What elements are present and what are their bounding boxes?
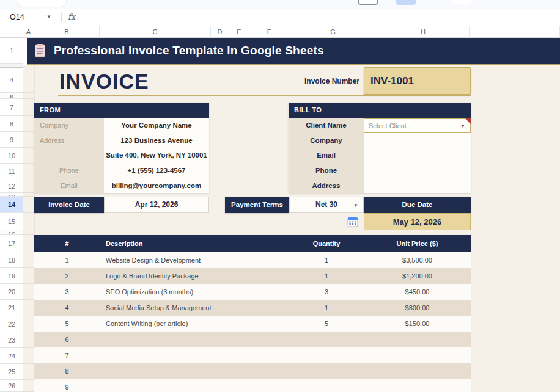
item-number-cell[interactable]: 1 <box>34 252 100 268</box>
title-banner-cell[interactable]: Professional Invoice Template in Google … <box>27 38 560 64</box>
toolbar-button-blue[interactable] <box>396 0 416 5</box>
invoice-heading[interactable]: INVOICE <box>59 68 149 94</box>
row-header-21[interactable]: 21 <box>0 300 23 316</box>
row-header-26[interactable]: 26 <box>0 380 23 392</box>
item-description-cell[interactable] <box>100 347 289 363</box>
from-field-label[interactable] <box>34 148 104 163</box>
payment-terms-dropdown[interactable]: Net 30 ▼ <box>289 197 364 213</box>
from-field-label[interactable]: Email <box>34 178 104 193</box>
bill-to-field-value[interactable]: Select Client...▼ <box>364 118 471 133</box>
item-number-cell[interactable]: 2 <box>34 268 100 284</box>
from-field-value[interactable]: Suite 400, New York, NY 10001 <box>104 148 209 163</box>
item-quantity-cell[interactable]: 3 <box>289 284 364 300</box>
item-number-cell[interactable]: 7 <box>34 347 100 363</box>
item-number-cell[interactable]: 9 <box>34 379 100 392</box>
column-header-E[interactable]: E <box>229 26 249 38</box>
bill-to-field-value[interactable] <box>364 133 471 148</box>
row-header-9[interactable]: 9 <box>0 132 23 148</box>
row-header-4[interactable]: 4 <box>0 68 23 93</box>
item-quantity-cell[interactable]: 5 <box>289 316 364 332</box>
bill-to-field-value[interactable] <box>364 163 471 178</box>
toolbar-tab[interactable] <box>17 0 66 7</box>
column-header-B[interactable]: B <box>34 26 100 38</box>
row-header-18[interactable]: 18 <box>0 252 23 268</box>
item-unit-price-cell[interactable] <box>364 363 471 379</box>
column-header-C[interactable]: C <box>100 26 211 38</box>
item-description-cell[interactable] <box>100 332 289 347</box>
calendar-icon[interactable] <box>347 216 358 227</box>
item-description-cell[interactable]: Logo & Brand Identity Package <box>100 268 289 284</box>
column-header-A[interactable]: A <box>23 26 34 38</box>
from-field-label[interactable]: Phone <box>34 163 104 178</box>
item-unit-price-cell[interactable]: $1,200.00 <box>364 268 471 284</box>
chevron-down-icon[interactable]: ▼ <box>460 123 465 129</box>
row-header-6[interactable]: 6 <box>0 93 23 99</box>
item-unit-price-cell[interactable] <box>364 347 471 363</box>
row-header-14[interactable]: 14 <box>0 197 23 213</box>
chevron-down-icon[interactable]: ▼ <box>353 197 358 212</box>
column-header-H[interactable]: H <box>377 26 470 38</box>
item-unit-price-cell[interactable] <box>364 332 471 347</box>
row-header-15[interactable]: 15 <box>0 213 23 230</box>
invoice-number-field[interactable]: INV-1001 <box>364 67 471 95</box>
item-unit-price-cell[interactable]: $3,500.00 <box>364 252 471 268</box>
item-description-cell[interactable]: Content Writing (per article) <box>100 316 289 332</box>
bill-to-field-label[interactable]: Address <box>289 178 364 193</box>
item-description-cell[interactable]: Website Design & Development <box>100 252 289 268</box>
item-quantity-cell[interactable]: 1 <box>289 252 364 268</box>
item-quantity-cell[interactable]: 1 <box>289 300 364 316</box>
item-number-cell[interactable]: 5 <box>34 316 100 332</box>
toolbar-button-white[interactable] <box>451 0 471 4</box>
item-description-cell[interactable]: SEO Optimization (3 months) <box>100 284 289 300</box>
item-description-cell[interactable] <box>100 379 289 392</box>
item-description-cell[interactable] <box>100 363 289 379</box>
from-field-value[interactable]: Your Company Name <box>104 118 209 133</box>
column-header-F[interactable]: F <box>249 26 289 38</box>
row-header-23[interactable]: 23 <box>0 332 23 348</box>
from-field-value[interactable]: 123 Business Avenue <box>104 133 209 148</box>
item-unit-price-cell[interactable]: $450.00 <box>364 284 471 300</box>
from-field-value[interactable]: billing@yourcompany.com <box>104 178 209 193</box>
row-header-1[interactable]: 1 <box>0 38 23 64</box>
item-unit-price-cell[interactable]: $150.00 <box>364 316 471 332</box>
item-quantity-cell[interactable] <box>289 347 364 363</box>
item-quantity-cell[interactable] <box>289 379 364 392</box>
row-header-20[interactable]: 20 <box>0 284 23 300</box>
column-header-D[interactable]: D <box>211 26 229 38</box>
bill-to-field-value[interactable] <box>364 178 471 193</box>
invoice-date-field[interactable]: Apr 12, 2026 <box>104 197 209 213</box>
item-quantity-cell[interactable] <box>289 332 364 347</box>
hidden-rows-indicator[interactable] <box>0 64 23 68</box>
item-number-cell[interactable]: 8 <box>34 363 100 379</box>
row-header-16[interactable]: 16 <box>0 230 23 235</box>
row-header-24[interactable]: 24 <box>0 348 23 364</box>
item-number-cell[interactable]: 3 <box>34 284 100 300</box>
row-header-12[interactable]: 12 <box>0 180 23 193</box>
item-quantity-cell[interactable]: 1 <box>289 268 364 284</box>
column-header-blank[interactable] <box>0 26 23 38</box>
from-field-label[interactable]: Address <box>34 133 104 148</box>
from-field-value[interactable]: +1 (555) 123-4567 <box>104 163 209 178</box>
row-header-17[interactable]: 17 <box>0 235 23 252</box>
from-field-label[interactable]: Company <box>34 118 104 133</box>
item-number-cell[interactable]: 4 <box>34 300 100 316</box>
row-header-19[interactable]: 19 <box>0 268 23 284</box>
name-box[interactable]: O14 <box>10 9 24 26</box>
item-number-cell[interactable]: 6 <box>34 332 100 347</box>
name-box-chevron-down-icon[interactable]: ▼ <box>46 9 51 26</box>
bill-to-field-value[interactable] <box>364 148 471 163</box>
toolbar-button-outline[interactable] <box>358 0 378 5</box>
item-unit-price-cell[interactable]: $800.00 <box>364 300 471 316</box>
bill-to-field-label[interactable]: Company <box>289 133 364 148</box>
column-header-blank[interactable] <box>470 26 560 38</box>
bill-to-field-label[interactable]: Client Name <box>289 118 364 133</box>
row-header-10[interactable]: 10 <box>0 148 23 164</box>
client-select-dropdown[interactable]: Select Client...▼ <box>364 118 471 133</box>
item-unit-price-cell[interactable] <box>364 379 471 392</box>
due-date-field[interactable]: May 12, 2026 <box>364 213 471 230</box>
bill-to-field-label[interactable]: Email <box>289 148 364 163</box>
row-header-8[interactable]: 8 <box>0 116 23 132</box>
item-quantity-cell[interactable] <box>289 363 364 379</box>
item-description-cell[interactable]: Social Media Setup & Management <box>100 300 289 316</box>
row-header-25[interactable]: 25 <box>0 364 23 380</box>
